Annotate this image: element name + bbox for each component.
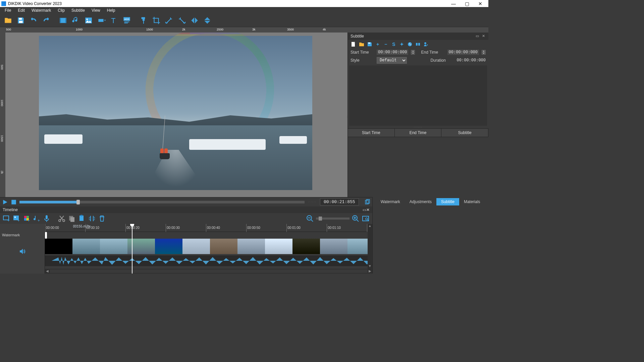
- maximize-button[interactable]: ▢: [460, 1, 474, 6]
- seek-slider[interactable]: [19, 201, 305, 203]
- panel-restore-icon[interactable]: ▭: [475, 34, 480, 39]
- add-image-track-icon[interactable]: +: [13, 215, 21, 223]
- stop-button[interactable]: [11, 199, 17, 205]
- open-subtitle-icon[interactable]: [359, 41, 365, 47]
- video-icon-button[interactable]: [58, 15, 68, 26]
- save-button[interactable]: [15, 15, 26, 26]
- menu-view[interactable]: View: [88, 8, 104, 13]
- svg-rect-16: [416, 43, 418, 46]
- tab-subtitle[interactable]: Subtitle: [436, 198, 459, 205]
- zoom-slider[interactable]: [316, 218, 350, 220]
- rotate-left-button[interactable]: [164, 15, 174, 26]
- menubar: File Edit Watermark Clip Subtitle View H…: [0, 7, 488, 14]
- timeline-tick: 00:01:10: [327, 224, 341, 232]
- playbar-grip[interactable]: ······: [307, 200, 317, 203]
- start-time-spinner[interactable]: ▲▼: [411, 50, 415, 55]
- sync-icon[interactable]: [415, 41, 421, 47]
- timeline-playhead[interactable]: [132, 224, 132, 274]
- tab-adjustments[interactable]: Adjustments: [405, 198, 436, 205]
- style-s-icon[interactable]: S: [391, 41, 397, 47]
- svg-text:ASS: ASS: [124, 17, 129, 20]
- menu-file[interactable]: File: [1, 8, 14, 13]
- flip-horizontal-button[interactable]: [189, 15, 200, 26]
- copy-timecode-icon[interactable]: [364, 199, 370, 205]
- zoom-out-button[interactable]: [306, 215, 314, 223]
- app-logo-icon: [1, 1, 6, 6]
- panel-resize-grip[interactable]: ⋮: [346, 115, 348, 118]
- col-subtitle[interactable]: Subtitle: [441, 129, 488, 137]
- tab-watermark[interactable]: Watermark: [376, 198, 405, 205]
- rotate-right-button[interactable]: [176, 15, 187, 26]
- panel-close-icon[interactable]: ✕: [481, 34, 486, 39]
- subtitle-toolbar: + − S ✦: [348, 40, 488, 49]
- zoom-fit-button[interactable]: [362, 215, 370, 223]
- add-color-track-icon[interactable]: +: [23, 215, 31, 223]
- style-select[interactable]: Default: [377, 57, 407, 64]
- ass-subtitle-button[interactable]: ASS: [121, 15, 132, 26]
- ruler-tick-label: 1000: [0, 100, 4, 106]
- zoom-in-button[interactable]: [352, 215, 360, 223]
- speaker-icon[interactable]: [423, 41, 429, 47]
- col-start-time[interactable]: Start Time: [348, 129, 395, 137]
- cut-button[interactable]: [58, 215, 66, 223]
- video-track-clip[interactable]: [45, 239, 372, 254]
- timeline-tracks-area[interactable]: 00:00:00 00:00:10 00:00:20 00:00:30 00:0…: [45, 224, 372, 274]
- text-icon-button[interactable]: T: [109, 15, 119, 26]
- add-audio-track-icon[interactable]: +: [33, 215, 41, 223]
- add-mic-track-icon[interactable]: [43, 215, 51, 223]
- copy-button[interactable]: [68, 215, 76, 223]
- undo-button[interactable]: [28, 15, 39, 26]
- timeline-close-icon[interactable]: ✕: [366, 207, 370, 212]
- end-time-spinner[interactable]: ▲▼: [482, 50, 486, 55]
- redo-button[interactable]: [41, 15, 52, 26]
- ruler-tick-label: 3500: [287, 28, 294, 31]
- subtitle-table-body[interactable]: [348, 137, 488, 197]
- end-time-value[interactable]: 00:00:00:000: [447, 50, 479, 55]
- tab-materials[interactable]: Materials: [459, 198, 485, 205]
- remove-subtitle-icon[interactable]: −: [383, 41, 389, 47]
- image-icon-button[interactable]: [83, 15, 94, 26]
- audio-icon-button[interactable]: [70, 15, 81, 26]
- paint-format-button[interactable]: [138, 15, 149, 26]
- menu-clip[interactable]: Clip: [54, 8, 68, 13]
- menu-watermark[interactable]: Watermark: [28, 8, 54, 13]
- timeline-start-marker[interactable]: [45, 232, 47, 239]
- timeline-ruler[interactable]: 00:00:00 00:00:10 00:00:20 00:00:30 00:0…: [45, 224, 372, 232]
- save-subtitle-icon[interactable]: [367, 41, 373, 47]
- flip-vertical-button[interactable]: [202, 15, 213, 26]
- timeline-track-labels: Watermark: [0, 224, 45, 274]
- minimize-button[interactable]: —: [447, 1, 460, 6]
- new-subtitle-icon[interactable]: [351, 41, 357, 47]
- menu-subtitle[interactable]: Subtitle: [68, 8, 88, 13]
- subtitle-text-area[interactable]: [349, 65, 487, 126]
- subtitle-panel: ⋮ Subtitle ▭ ✕ + − S ✦ Start Time 00:00:…: [347, 33, 488, 197]
- menu-edit[interactable]: Edit: [14, 8, 28, 13]
- audio-track-icon[interactable]: [0, 240, 45, 263]
- paste-button[interactable]: [78, 215, 86, 223]
- timeline-scrollbar-horizontal[interactable]: ◀▶: [45, 269, 372, 274]
- close-button[interactable]: ✕: [474, 1, 487, 6]
- open-folder-button[interactable]: [3, 15, 13, 26]
- rectangle-icon-button[interactable]: ▾: [96, 15, 107, 26]
- add-subtitle-icon[interactable]: +: [375, 41, 381, 47]
- preview-canvas[interactable]: [5, 33, 347, 197]
- svg-text:+: +: [38, 218, 40, 223]
- svg-rect-17: [418, 43, 420, 46]
- audio-track-waveform[interactable]: [45, 255, 372, 266]
- effect-icon[interactable]: ✦: [399, 41, 405, 47]
- timeline-scrollbar-vertical[interactable]: ▲▼: [368, 224, 372, 269]
- timeline-restore-icon[interactable]: ▭: [363, 207, 366, 212]
- start-time-value[interactable]: 00:00:00:000: [377, 50, 408, 55]
- delete-button[interactable]: [98, 215, 106, 223]
- time-icon[interactable]: [407, 41, 413, 47]
- svg-rect-30: [46, 215, 48, 219]
- split-button[interactable]: [88, 215, 96, 223]
- horizontal-resize-grip[interactable]: ······: [348, 126, 488, 128]
- menu-help[interactable]: Help: [104, 8, 119, 13]
- timeline-tick: 00:00:00: [45, 224, 59, 232]
- svg-rect-35: [79, 216, 84, 221]
- crop-button[interactable]: [151, 15, 162, 26]
- play-button[interactable]: [2, 199, 8, 205]
- add-video-track-icon[interactable]: +: [3, 215, 11, 223]
- col-end-time[interactable]: End Time: [395, 129, 442, 137]
